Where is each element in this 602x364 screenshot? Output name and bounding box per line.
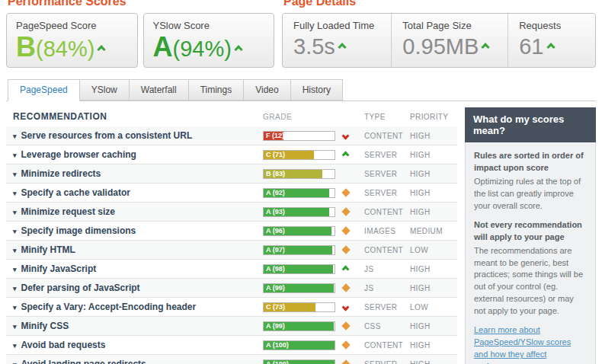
- grade-bar: A (96): [263, 226, 335, 236]
- total-page-size-label: Total Page Size: [402, 20, 497, 31]
- table-row[interactable]: ▾Minimize request size A (93) CONTENT HI…: [6, 203, 457, 222]
- grade-bar: A (99): [263, 283, 335, 293]
- explainer-text-1: Optimizing rules at the top of the list …: [474, 176, 587, 212]
- recommendation-label: Defer parsing of JavaScript: [21, 283, 140, 293]
- recommendation-label: Specify a Vary: Accept-Encoding header: [21, 302, 197, 312]
- expand-icon[interactable]: ▾: [13, 190, 17, 197]
- grade-label: F (12): [264, 132, 284, 139]
- table-row[interactable]: ▾Specify image dimensions A (96) IMAGES …: [6, 222, 457, 241]
- expand-icon[interactable]: ▾: [13, 152, 17, 159]
- score-percent: (94%): [173, 37, 232, 61]
- requests-label: Requests: [519, 20, 584, 31]
- grade-label: A (98): [264, 265, 285, 273]
- pagespeed-score-label: PageSpeed Score: [16, 20, 128, 31]
- value-text: 0.95MB: [402, 34, 479, 59]
- recommendation-label: Leverage browser caching: [21, 149, 136, 160]
- yslow-score-box: YSlow Score A(94%): [143, 13, 275, 68]
- requests-cell: Requests 61: [508, 14, 595, 67]
- type-label: JS: [364, 284, 410, 292]
- grade-bar: A (98): [263, 264, 335, 274]
- score-letter: A: [153, 31, 173, 62]
- expand-icon[interactable]: ▾: [13, 171, 17, 178]
- priority-label: HIGH: [410, 284, 457, 292]
- expand-icon[interactable]: ▾: [13, 266, 17, 273]
- type-label: SERVER: [364, 303, 410, 311]
- grade-label: A (99): [264, 322, 285, 330]
- tab-video[interactable]: Video: [244, 79, 290, 101]
- fully-loaded-time-label: Fully Loaded Time: [293, 20, 380, 31]
- table-row[interactable]: ▾Defer parsing of JavaScript A (99) JS H…: [6, 279, 457, 298]
- recommendation-label: Minimize request size: [21, 206, 115, 217]
- tab-pagespeed[interactable]: PageSpeed: [8, 79, 80, 101]
- grade-label: A (100): [264, 360, 289, 364]
- column-header-grade: GRADE: [263, 113, 364, 121]
- learn-more-link[interactable]: Learn more about PageSpeed/YSlow scores …: [474, 325, 571, 364]
- change-down-icon: [342, 132, 350, 139]
- expand-icon[interactable]: ▾: [13, 323, 17, 330]
- explainer-text-2: The recommendations are meant to be gene…: [474, 245, 587, 318]
- table-row[interactable]: ▾Specify a cache validator A (92) SERVER…: [6, 184, 457, 203]
- expand-icon[interactable]: ▾: [13, 285, 17, 292]
- info-sidebar: What do my scores mean? Rules are sorted…: [465, 107, 596, 364]
- tab-waterfall[interactable]: Waterfall: [130, 79, 189, 101]
- grade-bar: B (83): [263, 169, 335, 179]
- page-details-box: Fully Loaded Time 3.5s Total Page Size 0…: [282, 13, 596, 68]
- grade-label: A (92): [264, 189, 285, 196]
- recommendation-label: Specify image dimensions: [21, 225, 136, 236]
- score-letter: B: [16, 31, 36, 62]
- grade-bar: A (100): [263, 359, 335, 364]
- table-row[interactable]: ▾Minify HTML A (97) CONTENT LOW: [6, 241, 457, 260]
- priority-label: HIGH: [410, 189, 457, 197]
- trend-up-icon: [546, 43, 555, 51]
- expand-icon[interactable]: ▾: [13, 209, 17, 216]
- table-row[interactable]: ▾Specify a Vary: Accept-Encoding header …: [6, 298, 457, 317]
- expand-icon[interactable]: ▾: [13, 361, 17, 364]
- recommendation-label: Minimize redirects: [21, 168, 101, 179]
- tab-timings[interactable]: Timings: [189, 79, 245, 101]
- gtmetrix-report-page: Performance Scores PageSpeed Score B(84%…: [0, 0, 602, 364]
- table-row[interactable]: ▾Minify JavaScript A (98) JS HIGH: [6, 260, 457, 279]
- expand-icon[interactable]: ▾: [13, 133, 17, 140]
- type-label: SERVER: [364, 151, 410, 159]
- priority-label: HIGH: [410, 208, 457, 216]
- priority-label: LOW: [410, 246, 457, 254]
- grade-bar: C (71): [263, 150, 335, 160]
- explainer-bold-2: Not every recommendation will apply to y…: [474, 219, 587, 244]
- table-row[interactable]: ▾Minify CSS A (99) CSS HIGH: [6, 317, 457, 336]
- trend-up-icon: [234, 45, 242, 53]
- priority-label: HIGH: [410, 132, 457, 140]
- yslow-score-label: YSlow Score: [153, 20, 265, 31]
- expand-icon[interactable]: ▾: [13, 247, 17, 254]
- expand-icon[interactable]: ▾: [13, 342, 17, 350]
- recommendation-label: Minify JavaScript: [21, 263, 97, 274]
- expand-icon[interactable]: ▾: [13, 304, 17, 311]
- table-row[interactable]: ▾Avoid landing page redirects A (100) SE…: [6, 355, 457, 364]
- priority-label: MEDIUM: [410, 227, 457, 235]
- grade-bar: C (73): [263, 302, 335, 312]
- change-same-icon: [341, 340, 350, 349]
- recommendation-label: Specify a cache validator: [21, 187, 130, 198]
- table-row[interactable]: ▾Avoid bad requests A (100) CONTENT HIGH: [6, 336, 457, 355]
- type-label: CSS: [364, 322, 410, 330]
- recommendation-label: Minify CSS: [21, 321, 69, 331]
- pagespeed-score-box: PageSpeed Score B(84%): [6, 13, 138, 68]
- recommendation-label: Minify HTML: [21, 244, 75, 255]
- priority-label: HIGH: [410, 322, 457, 330]
- table-row[interactable]: ▾Leverage browser caching C (71) SERVER …: [6, 145, 457, 164]
- score-percent: (84%): [36, 37, 94, 61]
- change-same-icon: [341, 226, 350, 235]
- trend-up-icon: [98, 45, 106, 53]
- change-down-icon: [342, 303, 350, 311]
- page-details-title: Page Details: [283, 0, 596, 8]
- total-page-size-cell: Total Page Size 0.95MB: [392, 14, 508, 67]
- table-row[interactable]: ▾Serve resources from a consistent URL F…: [6, 126, 457, 145]
- tab-history[interactable]: History: [291, 79, 343, 101]
- table-row[interactable]: ▾Minimize redirects B (83) SERVER HIGH: [6, 164, 457, 184]
- grade-bar: A (100): [263, 340, 335, 350]
- explainer-bold-1: Rules are sorted in order of impact upon…: [474, 150, 587, 174]
- tab-yslow[interactable]: YSlow: [80, 79, 130, 101]
- change-same-icon: [341, 283, 350, 292]
- pagespeed-score-value: B(84%): [16, 34, 128, 61]
- performance-scores-title: Performance Scores: [8, 0, 274, 8]
- expand-icon[interactable]: ▾: [13, 228, 17, 235]
